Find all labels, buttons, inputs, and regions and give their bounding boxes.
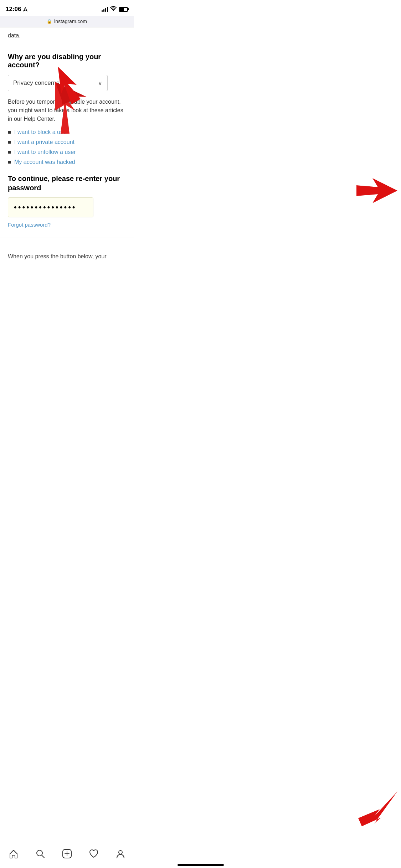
help-links-list: I want to block a user I want a private …	[8, 129, 126, 165]
partial-text: data.	[8, 27, 126, 44]
bullet-icon	[8, 141, 11, 144]
svg-marker-0	[24, 7, 27, 11]
wifi-icon	[110, 6, 117, 12]
bullet-icon	[8, 131, 11, 134]
svg-point-1	[113, 10, 114, 11]
signal-bars-icon	[102, 7, 108, 12]
bullet-icon	[8, 151, 11, 154]
list-item[interactable]: My account was hacked	[8, 159, 126, 165]
forgot-password-link[interactable]: Forgot password?	[8, 222, 51, 228]
main-content: data. Why are you disabling your account…	[0, 27, 134, 262]
dropdown-value: Privacy concerns	[13, 79, 59, 87]
password-input[interactable]	[8, 197, 93, 217]
reason-dropdown[interactable]: Privacy concerns ∨	[8, 75, 108, 91]
browser-url: instagram.com	[54, 19, 87, 24]
scroll-wrapper[interactable]: data. Why are you disabling your account…	[0, 27, 134, 262]
password-label: To continue, please re-enter your passwo…	[8, 174, 126, 192]
battery-icon	[119, 7, 128, 12]
status-bar: 12:06	[0, 0, 134, 16]
list-item[interactable]: I want a private account	[8, 139, 126, 145]
block-user-link[interactable]: I want to block a user	[14, 129, 68, 135]
notice-section: When you press the button below, your ph…	[8, 238, 126, 262]
help-center-text: Before you temporarily disable your acco…	[8, 98, 126, 123]
browser-bar: 🔒 instagram.com	[0, 16, 134, 27]
why-section: Why are you disabling your account? Priv…	[8, 44, 126, 165]
list-item[interactable]: I want to unfollow a user	[8, 149, 126, 155]
status-icons	[102, 6, 128, 12]
hacked-account-link[interactable]: My account was hacked	[14, 159, 75, 165]
why-section-title: Why are you disabling your account?	[8, 53, 126, 69]
password-section: To continue, please re-enter your passwo…	[8, 174, 126, 238]
bullet-icon	[8, 161, 11, 164]
private-account-link[interactable]: I want a private account	[14, 139, 74, 145]
lock-icon: 🔒	[47, 19, 52, 24]
chevron-down-icon: ∨	[98, 80, 102, 87]
list-item[interactable]: I want to block a user	[8, 129, 126, 135]
unfollow-user-link[interactable]: I want to unfollow a user	[14, 149, 76, 155]
status-time: 12:06	[6, 6, 27, 13]
notice-text: When you press the button below, your ph…	[8, 252, 126, 262]
